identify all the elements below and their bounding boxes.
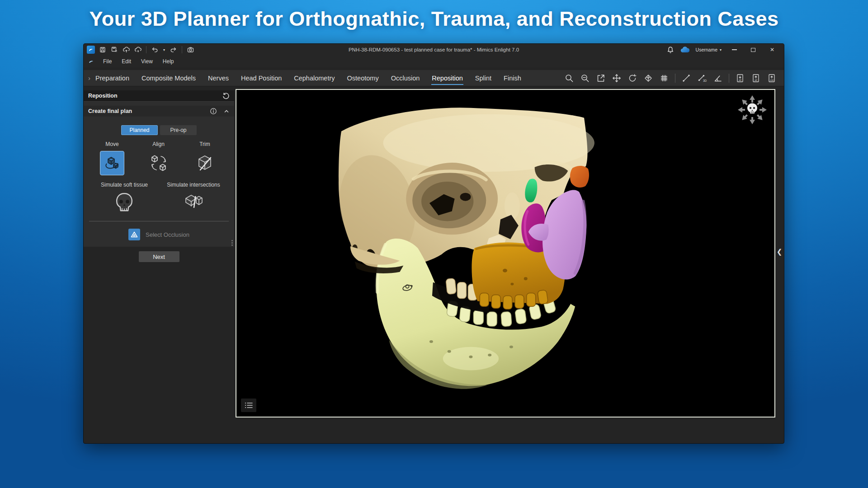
minimize-button[interactable] (728, 49, 741, 50)
workflow-bar: › Preparation Composite Models Nerves He… (84, 70, 784, 86)
measure-angle-button[interactable] (712, 72, 724, 84)
import-stl-badge: .stl (738, 79, 741, 81)
trim-label: Trim (199, 141, 210, 147)
info-icon[interactable] (210, 108, 217, 115)
grid-icon (659, 73, 669, 83)
maximize-button[interactable] (747, 48, 760, 52)
measure-distance-3d-button[interactable]: 3D (696, 72, 708, 84)
undo-button[interactable] (150, 45, 160, 54)
tab-composite-models[interactable]: Composite Models (141, 71, 196, 85)
sync-button[interactable] (133, 45, 143, 54)
save-as-button[interactable] (109, 45, 119, 54)
save-button[interactable] (98, 45, 108, 54)
divider (146, 46, 146, 53)
tab-cephalometry[interactable]: Cephalometry (293, 71, 335, 85)
export-stl-button[interactable]: .stl (750, 72, 762, 84)
select-occlusion-button[interactable] (128, 229, 140, 240)
zoom-in-icon (564, 73, 574, 83)
measure-distance-button[interactable] (680, 72, 692, 84)
mirror-button[interactable] (642, 72, 654, 84)
pop-out-icon (596, 73, 606, 83)
orbit-foramen (460, 193, 471, 201)
next-button[interactable]: Next (139, 251, 179, 262)
simulate-soft-tissue-button[interactable] (114, 192, 134, 215)
rotate-cursor-icon (401, 282, 413, 293)
measure-distance-icon (681, 73, 691, 83)
divider (675, 74, 675, 83)
menu-edit[interactable]: Edit (121, 57, 132, 66)
export-stl-badge: .stl (754, 79, 757, 81)
panel-title: Reposition (88, 93, 118, 99)
username-label: Username (696, 47, 717, 52)
expand-right-panel-button[interactable]: ❮ (776, 246, 783, 257)
notifications-button[interactable] (667, 46, 674, 54)
close-button[interactable]: ✕ (766, 47, 778, 53)
left-panel: Reposition Create final plan Planned Pre… (84, 90, 234, 262)
screenshot-button[interactable] (185, 45, 195, 54)
pan-button[interactable] (611, 72, 623, 84)
tab-reposition[interactable]: Reposition (431, 71, 463, 85)
chevron-left-icon: ❮ (777, 248, 783, 256)
caret-down-icon: ▾ (163, 48, 165, 52)
user-menu[interactable]: Username ▾ (696, 47, 722, 52)
rotate-icon (627, 73, 637, 83)
align-tool-button[interactable] (146, 151, 171, 175)
occlusion-icon (130, 230, 138, 239)
divider (729, 74, 729, 83)
grid-button[interactable] (658, 72, 670, 84)
tab-nerves[interactable]: Nerves (208, 71, 229, 85)
planned-button[interactable]: Planned (121, 125, 158, 135)
panel-scrollbar[interactable] (231, 240, 233, 246)
reset-icon[interactable] (222, 92, 230, 100)
measure-distance-3d-icon: 3D (697, 73, 707, 83)
align-tool-icon (148, 153, 169, 174)
move-tool-button[interactable] (100, 151, 124, 175)
save-as-icon (111, 46, 118, 53)
tab-splint[interactable]: Splint (475, 71, 492, 85)
divider (182, 46, 182, 53)
tab-head-position[interactable]: Head Position (241, 71, 282, 85)
select-occlusion-label: Select Occlusion (146, 231, 189, 238)
section-title: Create final plan (88, 108, 132, 114)
redo-button[interactable] (169, 45, 179, 54)
maximize-icon (751, 48, 755, 52)
menu-view[interactable]: View (140, 57, 154, 66)
upload-button[interactable] (121, 45, 131, 54)
view-toolbar: 3D .stl .stl .csv (563, 72, 779, 84)
cloud-sync-icon (134, 46, 142, 53)
nasal-bone (505, 192, 520, 220)
app-logo-button[interactable] (86, 45, 96, 54)
pop-out-view-button[interactable] (595, 72, 607, 84)
3d-viewport[interactable] (236, 89, 775, 418)
export-csv-button[interactable]: .csv (766, 72, 778, 84)
trim-tool-icon (194, 153, 215, 174)
close-icon: ✕ (770, 47, 774, 53)
tab-osteotomy[interactable]: Osteotomy (347, 71, 379, 85)
skull-3d-model (236, 90, 774, 417)
orientation-widget[interactable] (736, 94, 768, 126)
cloud-status-button[interactable] (680, 47, 689, 53)
model-list-button[interactable] (241, 399, 256, 412)
align-label: Align (152, 141, 165, 147)
app-logo-icon (87, 46, 95, 54)
menu-help[interactable]: Help (162, 57, 175, 66)
simulate-intersections-button[interactable] (182, 192, 205, 213)
zoom-in-button[interactable] (563, 72, 575, 84)
pan-icon (612, 73, 622, 83)
pre-op-button[interactable]: Pre-op (160, 125, 197, 135)
cloud-upload-icon (123, 46, 130, 53)
undo-history-button[interactable]: ▾ (161, 45, 167, 54)
collapse-section-icon[interactable] (223, 108, 230, 114)
menu-file[interactable]: File (102, 57, 113, 66)
tab-occlusion[interactable]: Occlusion (391, 71, 420, 85)
import-stl-icon: .stl (735, 73, 745, 83)
bell-icon (667, 46, 674, 54)
tab-finish[interactable]: Finish (503, 71, 522, 85)
caret-down-icon: ▾ (720, 48, 722, 52)
trim-tool-button[interactable] (193, 151, 217, 175)
export-csv-badge: .csv (769, 79, 774, 81)
import-stl-button[interactable]: .stl (734, 72, 746, 84)
zoom-out-button[interactable] (579, 72, 591, 84)
tab-preparation[interactable]: Preparation (95, 71, 130, 85)
rotate-view-button[interactable] (627, 72, 638, 84)
